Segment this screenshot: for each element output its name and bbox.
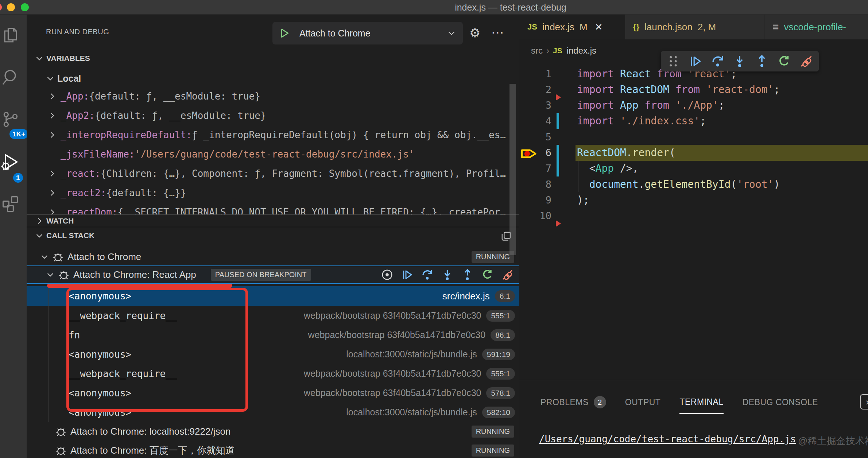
debug-session-row[interactable]: Attach to Chrome: localhost:9222/json RU…	[27, 422, 519, 441]
activity-item-run-and-debug[interactable]: 1	[0, 149, 23, 175]
chevron-right-icon[interactable]	[47, 188, 57, 198]
more-actions-icon[interactable]: ···	[492, 26, 504, 40]
continue-icon[interactable]	[401, 269, 413, 281]
panel-tab-terminal[interactable]: TERMINAL	[679, 391, 723, 414]
panel-tab-label: OUTPUT	[625, 397, 661, 407]
disconnect-icon[interactable]	[501, 269, 514, 281]
debug-session-row[interactable]: Attach to Chrome: 百度一下，你就知道 RUNNING	[27, 441, 519, 458]
scope-local[interactable]: Local	[46, 70, 81, 87]
session-label: Attach to Chrome: React App	[73, 269, 196, 280]
breakpoint-activity-icon[interactable]	[381, 269, 393, 281]
panel-tab-debug-console[interactable]: DEBUG CONSOLE	[743, 391, 818, 414]
activity-item-search[interactable]	[0, 64, 23, 90]
variable-row[interactable]: _react2: {default: {…}}	[27, 183, 519, 202]
annotation-red-underline	[47, 284, 232, 288]
traffic-light-close[interactable]	[0, 3, 2, 11]
code-line-3[interactable]: 3 import App from './App';	[519, 97, 868, 113]
chevron-right-icon[interactable]	[47, 92, 57, 101]
activity-item-extensions[interactable]	[0, 191, 23, 217]
chevron-right-icon[interactable]	[47, 111, 57, 120]
variable-row[interactable]: _react: {Children: {…}, Component: ƒ, Fr…	[27, 164, 519, 183]
gear-icon[interactable]: ⚙	[469, 26, 480, 40]
step-over-icon[interactable]	[421, 269, 433, 281]
chevron-right-icon[interactable]	[47, 207, 57, 215]
restart-icon[interactable]	[778, 55, 791, 68]
chevron-down-icon[interactable]	[35, 54, 44, 63]
variable-row[interactable]: _jsxFileName: '/Users/guang/code/test-re…	[27, 144, 519, 164]
panel-tab-output[interactable]: OUTPUT	[625, 391, 661, 414]
variable-row[interactable]: _App2: {default: ƒ, __esModule: true}	[27, 106, 519, 125]
traffic-light-minimize[interactable]	[7, 3, 15, 11]
git-modified-gutter	[557, 145, 559, 161]
code-line-8[interactable]: 8 document.getElementById('root')	[519, 176, 868, 192]
file-type-icon: {}	[633, 22, 639, 32]
editor-tab-launch.json[interactable]: {} launch.json 2, M	[625, 15, 764, 39]
chevron-down-icon[interactable]	[46, 270, 55, 279]
panel-tab-problems[interactable]: PROBLEMS 2	[540, 391, 606, 414]
git-deleted-gutter-icon[interactable]	[556, 94, 561, 101]
chevron-down-icon[interactable]	[40, 252, 49, 261]
start-debug-icon[interactable]	[279, 28, 290, 39]
step-into-icon[interactable]	[441, 269, 453, 281]
variable-name: _App:	[61, 91, 89, 102]
step-over-icon[interactable]	[711, 55, 724, 68]
code-line-2[interactable]: 2 import ReactDOM from 'react-dom';	[519, 81, 868, 97]
debug-session-row[interactable]: Attach to Chrome RUNNING	[27, 248, 519, 265]
indent-guide	[578, 160, 578, 192]
chevron-down-icon[interactable]	[35, 231, 44, 240]
code-line-10[interactable]: 10	[519, 208, 868, 224]
variable-value: {Children: {…}, Component: ƒ, Fragment: …	[101, 168, 506, 179]
code-text: document.getElementById('root')	[577, 178, 780, 190]
panel-tab-label: DEBUG CONSOLE	[743, 397, 818, 407]
session-label: Attach to Chrome: 百度一下，你就知道	[70, 444, 235, 457]
close-icon[interactable]: ✕	[595, 22, 603, 33]
frame-location-badge: 555:1	[486, 310, 515, 322]
chevron-right-icon[interactable]	[47, 169, 57, 178]
watch-section-header[interactable]: WATCH	[35, 215, 74, 227]
variable-row[interactable]: _App: {default: ƒ, __esModule: true}	[27, 86, 519, 106]
session-status-badge: RUNNING	[472, 251, 514, 263]
code-text: import ReactDOM from 'react-dom';	[577, 84, 780, 96]
code-line-4[interactable]: 4 import './index.css';	[519, 113, 868, 129]
breadcrumb-folder[interactable]: src	[531, 46, 543, 56]
editor-tab-vscodeprofile[interactable]: ≡ vscode-profile-	[764, 15, 868, 39]
panel-action-icon[interactable]: ›	[860, 394, 868, 410]
git-deleted-gutter-icon[interactable]	[556, 220, 561, 227]
terminal-file-link[interactable]: /Users/guang/code/test-react-debug/src/A…	[539, 434, 796, 445]
continue-icon[interactable]	[689, 55, 702, 68]
frame-location-badge: 578:1	[486, 387, 515, 399]
variable-row[interactable]: _reactDom: {__SECRET_INTERNALS_DO_NOT_US…	[27, 202, 519, 214]
breadcrumb-file[interactable]: index.js	[567, 46, 596, 56]
traffic-light-zoom[interactable]	[21, 3, 29, 11]
editor-tab-index.js[interactable]: JS index.js M ✕	[519, 15, 625, 39]
variables-section-header[interactable]: VARIABLES	[35, 50, 90, 66]
variable-value: {__SECRET_INTERNALS_DO_NOT_USE_OR_YOU_WI…	[118, 207, 506, 215]
git-modified-gutter	[557, 160, 559, 176]
restart-icon[interactable]	[481, 269, 493, 281]
debug-session-row-paused[interactable]: Attach to Chrome: React App PAUSED ON BR…	[27, 265, 519, 284]
disconnect-icon[interactable]	[800, 55, 813, 68]
step-out-icon[interactable]	[755, 55, 768, 68]
frame-source: webpack/bootstrap 63f40b5a1471db7e0c30	[304, 310, 481, 321]
sidebar-scrollbar[interactable]	[509, 84, 516, 255]
variable-name: _jsxFileName:	[61, 149, 135, 160]
panel-tab-label: TERMINAL	[679, 397, 723, 407]
code-text: import App from './App';	[577, 99, 725, 111]
activity-item-source-control[interactable]: 1K+	[0, 106, 23, 133]
step-into-icon[interactable]	[733, 55, 746, 68]
bug-icon	[55, 426, 67, 437]
code-line-5[interactable]: 5	[519, 129, 868, 145]
code-line-9[interactable]: 9 );	[519, 192, 868, 208]
code-line-7[interactable]: 7 <App />,	[519, 160, 868, 176]
variable-row[interactable]: _interopRequireDefault: ƒ _interopRequir…	[27, 125, 519, 144]
launch-config-dropdown[interactable]: Attach to Chrome	[272, 22, 463, 44]
activity-item-explorer[interactable]	[0, 23, 23, 49]
chevron-right-icon[interactable]	[35, 216, 44, 226]
bug-icon	[52, 251, 64, 263]
chevron-down-icon[interactable]	[46, 74, 55, 83]
code-line-6[interactable]: 6 ReactDOM.render(	[519, 145, 868, 161]
chevron-right-icon[interactable]	[47, 130, 57, 140]
call-stack-section-header[interactable]: CALL STACK	[35, 227, 94, 244]
chevron-down-icon[interactable]	[447, 28, 456, 38]
step-out-icon[interactable]	[461, 269, 473, 281]
